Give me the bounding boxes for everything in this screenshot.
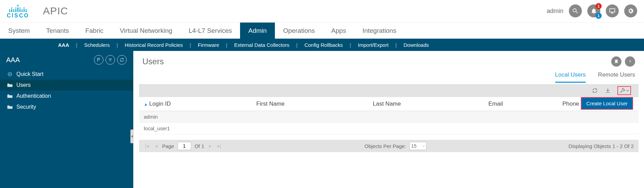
nav-l4-l7[interactable]: L4-L7 Services [181,23,240,39]
cisco-logo: CISCO [7,3,29,19]
subnav-schedulers[interactable]: Schedulers [81,42,113,48]
current-user[interactable]: admin [547,8,563,15]
pager-first[interactable]: |◂ [144,143,150,149]
page-title: Users [142,57,164,66]
cell-first [251,111,368,123]
nav-integrations[interactable]: Integrations [354,23,404,39]
subnav-import-export[interactable]: Import/Export [354,42,392,48]
users-table: ▲Login ID First Name Last Name Email Pho… [139,97,639,134]
cell-email [484,111,558,123]
cell-email [484,123,558,134]
secondary-nav: AAA| Schedulers| Historical Record Polic… [0,39,644,51]
cell-login: local_user1 [139,123,251,134]
tools-icon [619,88,626,94]
cisco-bars-icon [9,3,27,12]
pager: |◂ ◂ Page Of 1 ▸ ▸| Objects Per Page: 15… [139,140,639,152]
toolbar-tools-button[interactable] [617,86,631,95]
pager-last[interactable]: ▸| [216,143,223,149]
feedback-button[interactable] [606,4,619,17]
cell-first [251,123,368,134]
subnav-firmware[interactable]: Firmware [194,42,223,48]
download-icon [605,88,611,94]
pager-opp-label: Objects Per Page: [365,143,406,149]
subnav-historical[interactable]: Historical Record Policies [121,42,186,48]
table-row[interactable]: local_user1 [139,123,639,134]
nav-virtual-networking[interactable]: Virtual Networking [112,23,181,39]
subnav-config-rollbacks[interactable]: Config Rollbacks [301,42,346,48]
tree-security[interactable]: Security [0,102,133,112]
svg-text:?: ? [629,60,631,63]
nav-system[interactable]: System [0,23,38,39]
nav-tenants[interactable]: Tenants [38,23,77,39]
sidebar-flag-button[interactable] [94,55,103,65]
table-toolbar: Create Local User [139,84,639,97]
sidebar-title: AAA [6,56,20,64]
primary-nav: System Tenants Fabric Virtual Networking… [0,22,644,39]
toolbar-refresh-button[interactable] [591,87,598,94]
sort-asc-icon: ▲ [144,102,148,107]
folder-icon [7,94,13,98]
cisco-wordmark: CISCO [7,13,29,19]
search-icon [572,8,579,14]
pager-summary: Displaying Objects 1 - 2 Of 2 [569,143,634,149]
pager-opp-select[interactable]: 15 [409,142,426,150]
cell-last [368,111,484,123]
list-icon [108,57,113,62]
refresh-icon [120,57,124,62]
nav-fabric[interactable]: Fabric [77,23,112,39]
subnav-aaa[interactable]: AAA [55,42,73,48]
tree-item-label: Quick Start [16,71,43,77]
help-icon: ? [628,59,632,64]
chevron-down-icon [422,145,425,147]
cell-phone [558,111,639,123]
sidebar-refresh-button[interactable] [117,55,127,65]
tree-item-label: Security [16,104,36,110]
pager-of-label: Of 1 [195,143,204,149]
nav-apps[interactable]: Apps [323,23,354,39]
sidebar-filter-button[interactable] [106,55,115,65]
tree-quick-start[interactable]: Quick Start [0,69,133,80]
notif-badge-info: 1 [596,13,602,19]
tree-authentication[interactable]: Authentication [0,91,133,102]
col-first-name[interactable]: First Name [251,97,368,111]
cell-phone [558,123,639,134]
col-last-name[interactable]: Last Name [368,97,484,111]
nav-admin[interactable]: Admin [240,23,275,39]
pager-page-label: Page [162,143,174,149]
folder-icon [7,105,13,109]
subtab-local-users[interactable]: Local Users [555,69,586,83]
quickstart-icon [7,72,13,77]
settings-button[interactable] [624,4,637,17]
col-email[interactable]: Email [484,97,558,111]
gear-icon [627,8,634,14]
pager-next[interactable]: ▸ [208,143,213,149]
pager-prev[interactable]: ◂ [154,143,159,149]
pager-page-input[interactable] [178,142,191,150]
nav-operations[interactable]: Operations [275,23,323,39]
col-login-id[interactable]: ▲Login ID [139,97,251,111]
table-row[interactable]: admin [139,111,639,123]
notif-badge-alert: 1 [596,3,602,9]
tree-users[interactable]: Users [0,80,133,91]
search-button[interactable] [569,4,582,17]
help-button[interactable]: ? [625,56,635,67]
subnav-downloads[interactable]: Downloads [400,42,432,48]
cell-last [368,123,484,134]
toolbar-download-button[interactable] [604,87,611,94]
main-content: Users ? Local Users Remote Users Create … [133,51,644,188]
create-local-user-menu-item[interactable]: Create Local User [581,97,633,110]
notifications-button[interactable]: 1 1 [587,4,600,17]
chevron-down-icon [626,89,629,92]
tree-item-label: Authentication [16,93,51,99]
bookmark-button[interactable] [611,56,621,67]
folder-icon [7,83,13,88]
subtab-remote-users[interactable]: Remote Users [598,69,635,83]
top-bar: CISCO APIC admin 1 1 [0,0,644,22]
sidebar-tree: Quick Start Users Authentication Securit… [0,67,133,114]
sidebar: AAA Quick Start Users Authentication [0,51,133,188]
bookmark-icon [614,59,619,64]
subnav-external-data[interactable]: External Data Collectors [231,42,293,48]
flag-icon [96,57,101,62]
refresh-icon [592,88,598,94]
sidebar-collapse-handle[interactable] [130,130,133,143]
